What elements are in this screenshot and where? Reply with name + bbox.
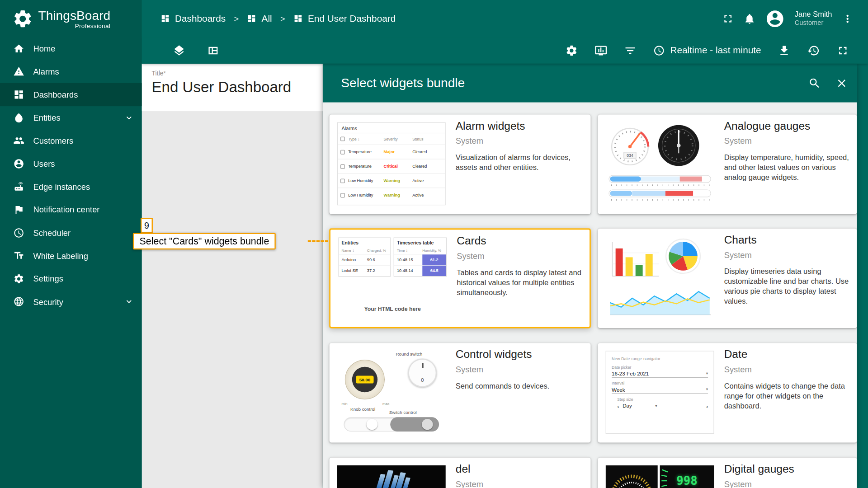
- bundles-grid: Alarms Type↓ Severity Status Temperature…: [323, 103, 857, 488]
- history-icon[interactable]: [807, 44, 820, 56]
- dashboards-icon: [13, 89, 24, 100]
- cards-preview: Entities Name↓ Charged, % Arduino99.6 Li…: [338, 237, 447, 320]
- chevron-down-icon: [124, 113, 134, 122]
- sidebar-item-label: Dashboards: [33, 90, 78, 99]
- dashboard-settings-icon[interactable]: [565, 44, 578, 56]
- sidebar-item-entities[interactable]: Entities: [0, 106, 142, 129]
- digital-gauge-value-panel: 998: [660, 465, 714, 488]
- bundle-card-del[interactable]: del System: [330, 458, 591, 488]
- bundle-card-digital-gauges[interactable]: 998 Digital gauges System: [598, 458, 857, 488]
- sidebar-item-security[interactable]: Security: [0, 290, 142, 313]
- step-size-label: Step size: [617, 397, 708, 401]
- bundle-title: del: [456, 463, 471, 475]
- sidebar-item-alarms[interactable]: Alarms: [0, 60, 142, 83]
- step-number-badge: 9: [141, 218, 153, 233]
- select-widgets-bundle-panel: Select widgets bundle Alarms Type↓ Sever…: [323, 64, 857, 488]
- bundle-description: Send commands to devices.: [456, 381, 583, 391]
- layers-icon[interactable]: [173, 44, 185, 56]
- sidebar-nav: Home Alarms Dashboards Entities Customer…: [0, 37, 142, 313]
- sidebar-item-label: Alarms: [33, 67, 59, 76]
- round-switch-widget: 0: [408, 358, 437, 387]
- switch-on-mark: [422, 363, 423, 368]
- users-icon: [13, 158, 24, 169]
- download-icon[interactable]: [778, 44, 790, 56]
- entity-aliases-icon[interactable]: [594, 44, 607, 56]
- sidebar-item-dashboards[interactable]: Dashboards: [0, 83, 142, 106]
- dashboards-icon: [160, 14, 170, 23]
- sidebar-item-white-labeling[interactable]: White Labeling: [0, 244, 142, 267]
- timewindow-clock-icon: [653, 45, 665, 56]
- filters-icon[interactable]: [624, 44, 637, 56]
- bundle-card-analogue-gauges[interactable]: 034: [598, 114, 857, 214]
- switch-thumb: [422, 419, 433, 430]
- bundle-card-charts[interactable]: Charts System Display timeseries data us…: [598, 229, 857, 328]
- sidebar-item-users[interactable]: Users: [0, 152, 142, 175]
- app-root: ThingsBoard Professional Home Alarms Das…: [0, 0, 868, 488]
- bundle-card-control-widgets[interactable]: Round switch 0 50.00 min max Knob contro…: [330, 343, 591, 442]
- bundle-card-cards[interactable]: Entities Name↓ Charged, % Arduino99.6 Li…: [330, 229, 591, 328]
- thingsboard-logo[interactable]: ThingsBoard Professional: [0, 0, 142, 37]
- topbar-actions: Jane Smith Customer: [722, 9, 868, 28]
- app-tagline: Professional: [38, 23, 110, 29]
- breadcrumb-dashboards[interactable]: Dashboards: [160, 13, 226, 24]
- timewindow-button[interactable]: Realtime - last minute: [653, 45, 761, 56]
- manage-states-icon[interactable]: [207, 44, 219, 56]
- title-field-label: Title*: [152, 70, 323, 76]
- checkbox-icon: [340, 150, 345, 154]
- user-name: Jane Smith: [795, 10, 832, 19]
- top-bar: Dashboards > All > End User Dashboard Ja…: [142, 0, 868, 37]
- bundle-card-alarm-widgets[interactable]: Alarms Type↓ Severity Status Temperature…: [330, 114, 591, 214]
- sidebar-item-label: Scheduler: [33, 228, 71, 238]
- close-icon[interactable]: [835, 77, 848, 89]
- white-labeling-icon: [13, 250, 24, 261]
- user-role: Customer: [795, 19, 832, 27]
- sidebar-item-edge-instances[interactable]: Edge instances: [0, 175, 142, 198]
- bundle-title: Date: [724, 348, 748, 361]
- sidebar-item-home[interactable]: Home: [0, 37, 142, 60]
- chevron-right-icon: ›: [706, 403, 708, 409]
- switch-control-widget: [344, 417, 439, 432]
- sidebar-item-label: Entities: [33, 113, 60, 122]
- bundle-title: Cards: [457, 235, 486, 247]
- sidebar-item-label: Customers: [33, 136, 73, 145]
- annotation-text: Select "Cards" widgets bundle: [133, 233, 276, 250]
- bundle-subtitle: System: [724, 365, 752, 374]
- fullscreen-icon[interactable]: [722, 13, 734, 25]
- sidebar-item-notification-center[interactable]: Notification center: [0, 198, 142, 221]
- home-icon: [13, 43, 24, 54]
- dashboard-edit-panel: Title* End User Dashboard: [142, 64, 322, 488]
- app-name: ThingsBoard: [38, 8, 110, 23]
- charts-preview: [606, 236, 714, 319]
- notifications-bell-icon[interactable]: [744, 13, 756, 25]
- search-icon[interactable]: [808, 77, 821, 89]
- alarm-row: Low Humidity Warning Active: [338, 173, 445, 188]
- knob-min-label: min: [342, 402, 348, 406]
- bundle-description: Tables and cards to display latest and h…: [457, 268, 584, 298]
- bundle-card-date[interactable]: New Date-range-navigator Date picker 16-…: [598, 343, 857, 442]
- bundle-subtitle: System: [456, 365, 483, 374]
- alarm-row: Low Humidity Warning Active: [338, 188, 445, 202]
- breadcrumb-end-user-dashboard[interactable]: End User Dashboard: [293, 13, 396, 24]
- entities-mini-table: Entities Name↓ Charged, % Arduino99.6 Li…: [338, 237, 391, 277]
- dropdown-arrow-icon: ▾: [706, 371, 708, 376]
- sidebar-item-settings[interactable]: Settings: [0, 267, 142, 290]
- alarm-icon: [13, 66, 24, 77]
- fullscreen-icon[interactable]: [836, 44, 849, 56]
- breadcrumb-all[interactable]: All: [247, 13, 272, 24]
- dropdown-arrow-icon: ▾: [706, 387, 708, 392]
- sidebar-item-scheduler[interactable]: Scheduler: [0, 221, 142, 244]
- date-picker-label: Date picker: [612, 365, 708, 369]
- user-menu[interactable]: Jane Smith Customer: [795, 10, 832, 27]
- sidebar-item-customers[interactable]: Customers: [0, 129, 142, 152]
- bundle-description: Visualization of alarms for devices, ass…: [456, 153, 583, 173]
- chevron-down-icon: [124, 297, 134, 307]
- dashboard-title-input[interactable]: End User Dashboard: [152, 79, 323, 96]
- timeseries-mini-table: Timeseries table Time↓ Humidity, % 10:48…: [394, 237, 447, 277]
- avatar-icon[interactable]: [765, 9, 785, 28]
- sidebar-item-label: Security: [33, 297, 63, 306]
- checkbox-icon: [340, 178, 345, 183]
- knob-control-label: Knob control: [350, 407, 375, 412]
- sidebar-item-label: Users: [33, 159, 55, 169]
- more-vert-icon[interactable]: [841, 13, 854, 25]
- interval-label: Interval: [612, 381, 708, 385]
